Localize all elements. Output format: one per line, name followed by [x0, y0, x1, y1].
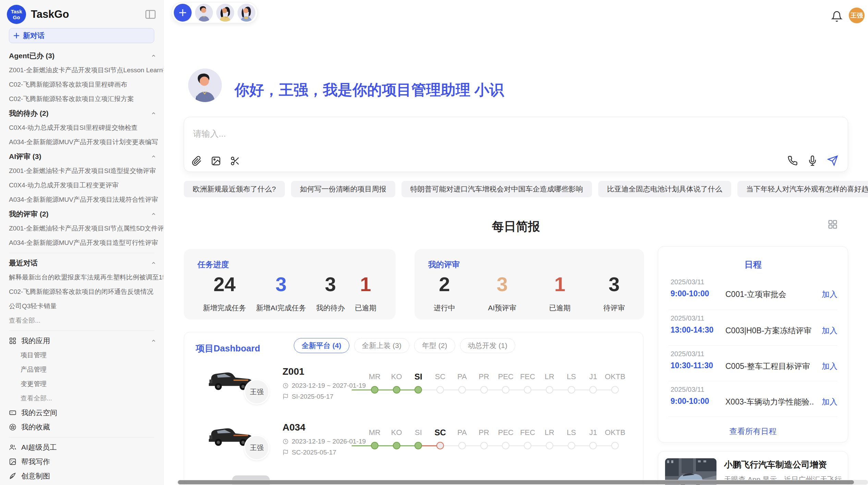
section-my-todo[interactable]: 我的待办 (2) — [9, 106, 163, 121]
sidebar-item-cloud-space[interactable]: 我的云空间 — [9, 406, 163, 420]
send-icon[interactable] — [827, 155, 838, 166]
section-my-review[interactable]: 我的评审 (2) — [9, 207, 163, 221]
event-date: 2025/03/11 — [671, 386, 704, 394]
cloud-drive-icon — [9, 409, 16, 416]
stat-value: 3 — [316, 274, 345, 294]
voice-call-icon[interactable] — [787, 156, 798, 166]
layout-grid-icon[interactable] — [828, 219, 838, 229]
message-composer[interactable]: 请输入... — [184, 117, 848, 172]
stat-overdue: 1 已逾期 — [355, 274, 376, 313]
recent-chat-item[interactable]: 公司Q3轻卡销量 — [9, 299, 163, 313]
sidebar-item[interactable]: A034-全新新能源MUV产品开发项目造型可行性评审 — [9, 236, 163, 250]
sidebar-item-my-apps[interactable]: 我的应用 — [9, 334, 163, 348]
chevron-up-icon[interactable] — [151, 211, 156, 217]
daily-brief-title: 每日简报 — [184, 219, 848, 235]
star-circle-icon — [9, 423, 16, 431]
panel-icon — [145, 10, 156, 19]
member-avatar[interactable] — [195, 4, 213, 22]
event-time: 13:00-14:30 — [671, 325, 713, 335]
notification-bell-icon[interactable] — [831, 10, 843, 23]
suggestion-chip[interactable]: 当下年轻人对汽车外观有怎样的喜好趋势 — [737, 181, 868, 197]
recent-chat-item[interactable]: 解释最新出台的欧盟报废车法规再生塑料比例被调至15%... — [9, 270, 163, 285]
sidebar-item[interactable]: A034-全新新能源MUV产品开发项目计划变更表编写 — [9, 135, 163, 149]
stat-pending-review: 3 待评审 — [603, 274, 625, 313]
tab-new-platform[interactable]: 全新平台 (4) — [294, 338, 349, 353]
project-dates: 2023-12-19 ~ 2026-01-19 — [282, 438, 366, 445]
chevron-up-icon[interactable] — [151, 53, 156, 59]
stat-value: 1 — [355, 274, 376, 294]
image-upload-icon[interactable] — [211, 156, 221, 166]
suggestion-chip[interactable]: 比亚迪全固态电池计划具体说了什么 — [598, 181, 731, 197]
divider — [668, 381, 837, 381]
sidebar-item[interactable]: Z001-全新燃油轻卡产品开发项目SI造型提交物评审 — [9, 164, 163, 178]
chevron-up-icon[interactable] — [151, 338, 156, 344]
grid-icon — [9, 337, 16, 345]
composer-placeholder[interactable]: 请输入... — [193, 128, 226, 139]
join-link[interactable]: 加入 — [822, 397, 837, 407]
sidebar-item-ai-employee[interactable]: AI超级员工 — [9, 440, 163, 455]
suggestion-chip[interactable]: 如何写一份清晰的项目周报 — [291, 181, 395, 197]
flag-label: SI-2025-05-17 — [292, 393, 333, 400]
chevron-up-icon[interactable] — [151, 260, 156, 266]
view-all-chats[interactable]: 查看全部... — [9, 313, 163, 328]
event-time: 9:00-10:00 — [671, 289, 709, 298]
team-pill — [171, 2, 258, 23]
section-label: 我的待办 (2) — [9, 109, 49, 118]
microphone-icon[interactable] — [807, 156, 818, 166]
view-all-schedule-link[interactable]: 查看所有日程 — [658, 426, 848, 437]
sidebar-item[interactable]: Z001-全新燃油轻卡产品开发项目SI节点属性5D文件评审 — [9, 221, 163, 236]
suggestion-chip[interactable]: 特朗普可能对进口汽车增税会对中国车企造成哪些影响 — [401, 181, 592, 197]
join-link[interactable]: 加入 — [822, 325, 837, 336]
ai-employee-label: AI超级员工 — [21, 443, 57, 452]
add-member-button[interactable] — [174, 4, 192, 22]
sidebar-item-creative-draw[interactable]: 创意制图 — [9, 469, 163, 483]
recent-chat-item[interactable]: C02-飞腾新能源轻客改款项目的闭环通告反馈情况 — [9, 285, 163, 299]
section-recent-chats[interactable]: 最近对话 — [9, 256, 163, 270]
sidebar-item-favorites[interactable]: 我的收藏 — [9, 420, 163, 434]
join-link[interactable]: 加入 — [822, 361, 837, 372]
app-item-product-mgmt[interactable]: 产品管理 — [9, 362, 163, 377]
stat-value: 3 — [603, 274, 625, 294]
logo-text-line1: Task — [11, 9, 22, 14]
chevron-up-icon[interactable] — [151, 111, 156, 116]
sidebar-item[interactable]: C02-飞腾新能源轻客改款项目立项汇报方案 — [9, 92, 163, 106]
sidebar-item[interactable]: Z001-全新燃油皮卡产品开发项目SI节点Lesson Learn报告 — [9, 63, 163, 77]
attachment-icon[interactable] — [192, 156, 202, 166]
project-row[interactable]: 王强 A034 2023-12-19 ~ 2026-01-19 SC-2025-… — [184, 421, 643, 472]
member-avatar[interactable] — [216, 4, 234, 22]
sidebar-item[interactable]: C02-飞腾新能源轻客改款项目里程碑画布 — [9, 77, 163, 92]
collapse-sidebar-button[interactable] — [145, 9, 156, 20]
app-logo: Task Go — [7, 5, 26, 24]
stat-value: 1 — [549, 274, 571, 294]
chevron-up-icon[interactable] — [151, 154, 156, 159]
event-title: C003|H0B-方案冻结评审 — [725, 325, 811, 336]
sidebar-item[interactable]: A034-全新新能源MUV产品开发项目法规符合性评审 — [9, 192, 163, 207]
tab-new-body[interactable]: 全新上装 (3) — [354, 338, 410, 353]
clock-icon — [282, 383, 289, 389]
tab-year-model[interactable]: 年型 (2) — [414, 338, 455, 353]
project-owner-badge: 王强 — [244, 435, 269, 460]
section-ai-review[interactable]: AI评审 (3) — [9, 149, 163, 164]
horizontal-scrollbar-track[interactable] — [177, 480, 868, 485]
new-chat-button[interactable]: 新对话 — [9, 28, 154, 43]
horizontal-scrollbar-thumb[interactable] — [178, 480, 854, 484]
user-avatar[interactable]: 王强 — [849, 8, 865, 23]
my-review-card: 我的评审 2 进行中 3 AI预评审 1 已逾期 3 待评审 — [414, 249, 644, 320]
project-flag-node: SI-2025-05-17 — [282, 393, 333, 400]
suggestion-chip[interactable]: 欧洲新规最近颁布了什么? — [184, 181, 285, 197]
view-all-apps[interactable]: 查看全部... — [9, 391, 163, 406]
event-date: 2025/03/11 — [671, 314, 704, 322]
tab-powertrain[interactable]: 动总开发 (1) — [460, 338, 516, 353]
divider — [9, 331, 154, 331]
section-agent-done[interactable]: Agent已办 (3) — [9, 49, 163, 63]
member-avatar[interactable] — [238, 4, 255, 22]
app-item-change-mgmt[interactable]: 变更管理 — [9, 377, 163, 391]
divider — [668, 416, 837, 417]
sidebar-item[interactable]: C0X4-动力总成开发项目SI里程碑提交物检查 — [9, 121, 163, 135]
project-row[interactable]: 王强 Z001 2023-12-19 ~ 2027-01-19 SI-2025-… — [184, 365, 643, 416]
screenshot-scissors-icon[interactable] — [230, 156, 240, 166]
app-item-project-mgmt[interactable]: 项目管理 — [9, 348, 163, 362]
join-link[interactable]: 加入 — [822, 289, 837, 300]
sidebar-item-help-write[interactable]: 帮我写作 — [9, 455, 163, 469]
sidebar-item[interactable]: C0X4-动力总成开发项目工程变更评审 — [9, 178, 163, 192]
